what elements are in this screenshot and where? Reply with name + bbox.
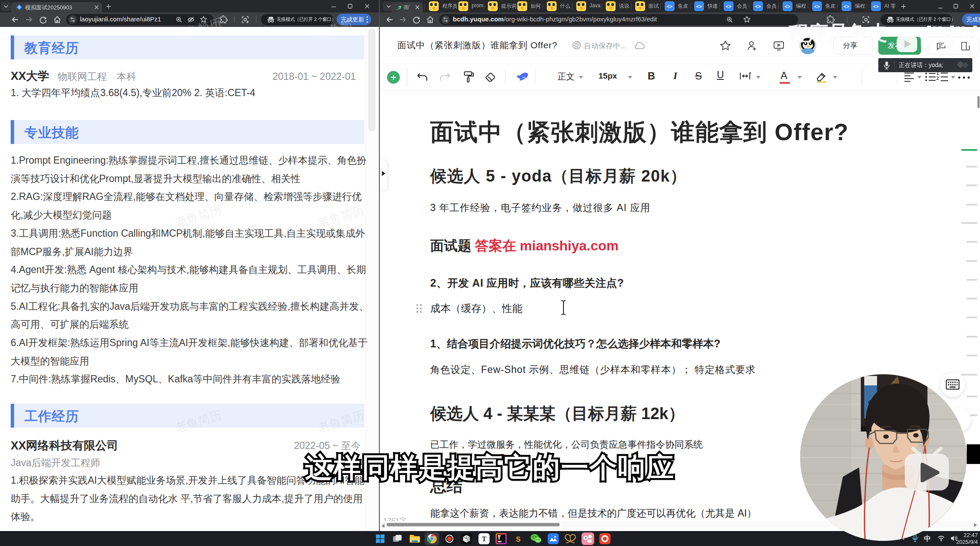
svg-text:2: 2 [936, 76, 939, 81]
svg-text:S: S [516, 535, 521, 543]
svg-text:T: T [482, 535, 487, 543]
